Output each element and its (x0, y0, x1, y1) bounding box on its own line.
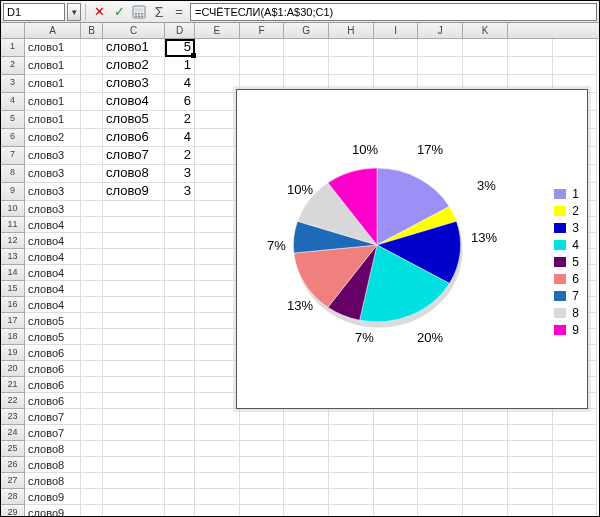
cell[interactable] (81, 233, 103, 249)
cell[interactable] (508, 57, 553, 75)
cell[interactable] (508, 39, 553, 57)
cell[interactable] (463, 409, 508, 425)
cell[interactable]: 3 (165, 165, 195, 183)
cell[interactable]: 6 (165, 93, 195, 111)
cell[interactable]: слово1 (103, 39, 165, 57)
cell[interactable] (284, 505, 329, 517)
cell[interactable] (103, 409, 165, 425)
cell[interactable] (329, 457, 374, 473)
cell[interactable] (81, 345, 103, 361)
cell[interactable] (195, 441, 240, 457)
cell[interactable] (508, 489, 553, 505)
cell[interactable] (103, 473, 165, 489)
cell[interactable] (165, 313, 195, 329)
cell[interactable] (553, 505, 598, 517)
col-header-k[interactable]: K (463, 23, 508, 38)
cell[interactable] (553, 441, 598, 457)
cell[interactable] (284, 473, 329, 489)
cell[interactable] (374, 457, 419, 473)
cell[interactable] (553, 489, 598, 505)
cell[interactable] (195, 425, 240, 441)
cell[interactable]: слово1 (25, 39, 81, 57)
sigma-icon[interactable]: Σ (150, 3, 168, 21)
cell[interactable] (418, 441, 463, 457)
cell[interactable] (81, 393, 103, 409)
cell[interactable] (195, 489, 240, 505)
row-header[interactable]: 15 (1, 281, 25, 297)
cell[interactable] (284, 457, 329, 473)
cell[interactable] (240, 57, 285, 75)
cell[interactable]: слово2 (103, 57, 165, 75)
cell[interactable] (81, 297, 103, 313)
row-header[interactable]: 16 (1, 297, 25, 313)
cell[interactable] (81, 329, 103, 345)
cell[interactable] (165, 361, 195, 377)
cell[interactable]: слово6 (25, 377, 81, 393)
cell[interactable]: слово4 (103, 93, 165, 111)
cell[interactable] (195, 93, 240, 111)
cell[interactable] (165, 409, 195, 425)
cell[interactable] (103, 377, 165, 393)
cell[interactable] (418, 473, 463, 489)
cell[interactable] (165, 457, 195, 473)
cell[interactable] (195, 129, 240, 147)
cell[interactable]: слово1 (25, 93, 81, 111)
cell[interactable] (103, 201, 165, 217)
row-header[interactable]: 7 (1, 147, 25, 165)
cell[interactable] (81, 281, 103, 297)
cell[interactable] (103, 265, 165, 281)
cell[interactable] (81, 505, 103, 517)
cell[interactable] (195, 201, 240, 217)
cell[interactable] (195, 165, 240, 183)
cell[interactable]: слово3 (25, 147, 81, 165)
cell[interactable] (240, 473, 285, 489)
cell[interactable] (463, 425, 508, 441)
cell[interactable] (81, 457, 103, 473)
cell[interactable] (195, 393, 240, 409)
equals-icon[interactable]: = (170, 3, 188, 21)
cell[interactable] (240, 457, 285, 473)
cell[interactable]: слово1 (25, 57, 81, 75)
cell[interactable] (103, 345, 165, 361)
cell[interactable] (553, 409, 598, 425)
cell[interactable] (103, 329, 165, 345)
cell[interactable] (508, 457, 553, 473)
cell[interactable] (81, 183, 103, 201)
cell[interactable] (165, 377, 195, 393)
cell[interactable] (329, 441, 374, 457)
cell[interactable] (195, 57, 240, 75)
cell[interactable]: 5 (165, 39, 195, 57)
cell[interactable] (81, 473, 103, 489)
cell[interactable] (329, 489, 374, 505)
row-header[interactable]: 1 (1, 39, 25, 57)
cell[interactable] (103, 249, 165, 265)
cell[interactable] (240, 425, 285, 441)
cell[interactable] (240, 489, 285, 505)
cell[interactable] (195, 111, 240, 129)
cell[interactable]: слово6 (25, 393, 81, 409)
cell[interactable] (463, 505, 508, 517)
cell[interactable] (165, 217, 195, 233)
cell[interactable]: слово7 (25, 425, 81, 441)
cell[interactable] (81, 57, 103, 75)
cell[interactable] (103, 281, 165, 297)
cell[interactable] (195, 281, 240, 297)
cell[interactable] (553, 457, 598, 473)
col-header-g[interactable]: G (284, 23, 329, 38)
cell[interactable] (81, 75, 103, 93)
cell[interactable] (165, 233, 195, 249)
cell[interactable] (81, 39, 103, 57)
cell[interactable] (374, 473, 419, 489)
cell[interactable] (195, 265, 240, 281)
cell[interactable]: слово6 (25, 345, 81, 361)
col-header-c[interactable]: C (103, 23, 165, 38)
cell[interactable] (553, 425, 598, 441)
cell[interactable] (81, 111, 103, 129)
cell[interactable] (195, 361, 240, 377)
cell[interactable] (374, 505, 419, 517)
cell[interactable]: слово5 (25, 329, 81, 345)
cell[interactable] (81, 313, 103, 329)
cell[interactable] (165, 425, 195, 441)
cell[interactable] (165, 489, 195, 505)
cell[interactable] (463, 441, 508, 457)
